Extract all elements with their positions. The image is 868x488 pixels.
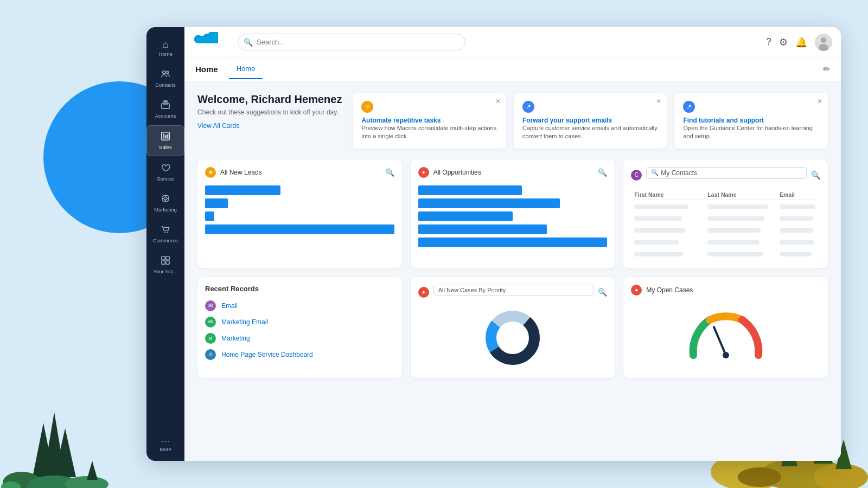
record-icon-marketing-email: ✉ bbox=[205, 317, 216, 328]
svg-point-30 bbox=[164, 232, 165, 233]
donut-chart bbox=[418, 305, 608, 370]
card-title-forward: Forward your support emails bbox=[522, 117, 659, 124]
header-actions: ? ⚙ 🔔 bbox=[766, 34, 832, 51]
your-acc-icon bbox=[161, 255, 170, 267]
opps-widget-icon: ● bbox=[418, 167, 429, 178]
user-avatar[interactable] bbox=[815, 34, 832, 51]
leads-search-icon[interactable]: 🔍 bbox=[385, 168, 394, 177]
sub-header: Home Home ✏ bbox=[184, 57, 841, 81]
edit-icon[interactable]: ✏ bbox=[823, 64, 830, 74]
sidebar-item-marketing[interactable]: Marketing bbox=[146, 188, 184, 218]
svg-rect-23 bbox=[167, 134, 169, 138]
sidebar-item-service[interactable]: Service bbox=[146, 157, 184, 187]
open-cases-widget-icon: ● bbox=[631, 285, 642, 296]
welcome-section: Welcome, Richard Hemenez Check out these… bbox=[197, 93, 828, 149]
app-window: ⌂ Home Contacts Accou bbox=[146, 27, 841, 461]
svg-point-10 bbox=[814, 464, 868, 488]
bar-3 bbox=[205, 211, 214, 221]
widget-cases-by-priority: ● All New Cases By Priority 🔍 bbox=[411, 277, 615, 378]
search-input[interactable] bbox=[238, 34, 465, 50]
opps-bar-chart bbox=[418, 183, 608, 249]
dashboard-top-row: ★ All New Leads 🔍 ● All Opp bbox=[197, 159, 828, 268]
svg-point-15 bbox=[163, 71, 165, 74]
contacts-widget-icon: C bbox=[631, 170, 642, 181]
card-desc-forward: Capture customer service emails and auto… bbox=[522, 124, 659, 141]
card-close-tutorials[interactable]: ✕ bbox=[817, 98, 822, 105]
record-item-marketing-email[interactable]: ✉ Marketing Email bbox=[205, 317, 394, 328]
obar-3 bbox=[418, 211, 513, 221]
record-item-email[interactable]: ✉ Email bbox=[205, 300, 394, 311]
leads-widget-icon: ★ bbox=[205, 167, 216, 178]
sidebar-item-home[interactable]: ⌂ Home bbox=[146, 34, 184, 62]
opps-search-icon[interactable]: 🔍 bbox=[598, 168, 607, 177]
svg-marker-7 bbox=[87, 461, 98, 480]
sidebar-more[interactable]: ··· More bbox=[159, 436, 171, 452]
svg-rect-22 bbox=[165, 135, 167, 138]
bar-2 bbox=[205, 198, 228, 208]
sidebar-item-commerce[interactable]: Commerce bbox=[146, 219, 184, 249]
tab-home[interactable]: Home bbox=[229, 59, 263, 79]
svg-point-31 bbox=[167, 232, 168, 233]
sidebar-item-your-acc[interactable]: Your Acc... bbox=[146, 250, 184, 280]
svg-point-14 bbox=[738, 467, 781, 487]
welcome-title: Welcome, Richard Hemenez bbox=[197, 93, 342, 106]
widget-all-new-leads: ★ All New Leads 🔍 bbox=[197, 159, 402, 268]
main-content: 🔍 ? ⚙ 🔔 Home Home bbox=[184, 27, 841, 461]
view-all-cards-link[interactable]: View All Cards bbox=[197, 122, 239, 130]
svg-rect-34 bbox=[162, 261, 165, 264]
search-bar: 🔍 bbox=[238, 34, 465, 50]
svg-point-37 bbox=[821, 37, 826, 43]
forward-icon: ↗ bbox=[522, 101, 534, 113]
record-icon-dashboard: ⊙ bbox=[205, 349, 216, 360]
contacts-search-btn[interactable]: 🔍 bbox=[811, 171, 820, 179]
svg-rect-21 bbox=[163, 134, 165, 139]
service-icon bbox=[161, 163, 170, 174]
marketing-icon bbox=[161, 194, 170, 205]
help-icon[interactable]: ? bbox=[766, 36, 771, 48]
record-label-email: Email bbox=[221, 302, 238, 310]
cases-title-label: All New Cases By Priority bbox=[438, 287, 506, 293]
record-item-dashboard[interactable]: ⊙ Home Page Service Dashboard bbox=[205, 349, 394, 360]
record-icon-email: ✉ bbox=[205, 300, 216, 311]
cases-search-bar[interactable]: All New Cases By Priority bbox=[433, 285, 594, 296]
more-dots-icon: ··· bbox=[161, 436, 170, 446]
card-title-tutorials: Find tutorials and support bbox=[683, 117, 819, 124]
sidebar-item-contacts[interactable]: Contacts bbox=[146, 63, 184, 93]
contacts-search-bar[interactable]: 🔍 My Contacts bbox=[646, 167, 807, 179]
suggestion-card-forward: ✕ ↗ Forward your support emails Capture … bbox=[514, 93, 667, 149]
sidebar-item-sales[interactable]: Sales bbox=[146, 125, 184, 156]
table-row bbox=[632, 201, 819, 212]
sidebar: ⌂ Home Contacts Accou bbox=[146, 27, 184, 461]
contacts-icon bbox=[161, 69, 170, 80]
cases-widget-icon: ● bbox=[418, 287, 429, 298]
widget-open-cases: ● My Open Cases bbox=[623, 277, 828, 378]
settings-icon[interactable]: ⚙ bbox=[779, 36, 788, 48]
notifications-icon[interactable]: 🔔 bbox=[795, 36, 807, 48]
widget-recent-records: Recent Records ✉ Email ✉ Marketing Email… bbox=[197, 277, 402, 378]
svg-point-3 bbox=[3, 472, 41, 488]
recent-records-title: Recent Records bbox=[205, 285, 394, 293]
cases-search-icon[interactable]: 🔍 bbox=[598, 288, 607, 297]
record-label-marketing-email: Marketing Email bbox=[221, 318, 268, 326]
obar-5 bbox=[418, 237, 608, 247]
card-close-automate[interactable]: ✕ bbox=[495, 98, 501, 105]
record-item-marketing[interactable]: M Marketing bbox=[205, 333, 394, 344]
svg-point-5 bbox=[65, 476, 108, 488]
tutorials-icon: ↗ bbox=[683, 101, 695, 113]
record-label-marketing: Marketing bbox=[221, 335, 250, 342]
svg-marker-1 bbox=[43, 412, 65, 477]
card-desc-automate: Preview how Macros consolidate multi-ste… bbox=[361, 124, 497, 141]
obar-4 bbox=[418, 224, 547, 234]
table-row bbox=[632, 249, 819, 260]
sidebar-item-accounts[interactable]: Accounts bbox=[146, 94, 184, 124]
dashboard-bottom-row: Recent Records ✉ Email ✉ Marketing Email… bbox=[197, 277, 828, 378]
sales-icon bbox=[161, 131, 170, 143]
contacts-search-label: My Contacts bbox=[661, 169, 697, 177]
record-icon-marketing: M bbox=[205, 333, 216, 344]
svg-point-16 bbox=[166, 71, 169, 74]
svg-rect-32 bbox=[162, 256, 165, 260]
record-label-dashboard: Home Page Service Dashboard bbox=[221, 351, 313, 358]
card-close-forward[interactable]: ✕ bbox=[656, 98, 661, 105]
trees-left-decoration bbox=[0, 380, 152, 488]
table-row bbox=[632, 237, 819, 248]
